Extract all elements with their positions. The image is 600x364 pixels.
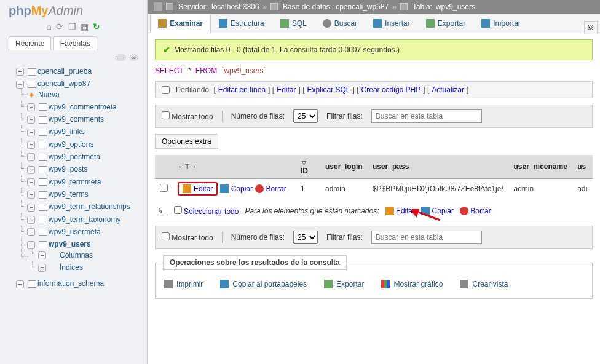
select-all-checkbox[interactable] <box>174 206 182 214</box>
breadcrumb-table[interactable]: wpv9_users <box>436 2 475 11</box>
tree-toggle[interactable]: − <box>16 81 24 89</box>
explain-sql-link[interactable]: Explicar SQL <box>307 85 350 94</box>
tree-item-label[interactable]: wpv9_postmeta <box>49 152 100 161</box>
tab-sql[interactable]: SQL <box>272 14 315 33</box>
sort-arrows[interactable]: ←T→ <box>178 162 197 171</box>
tree-item-label[interactable]: Columnas <box>60 251 93 259</box>
tree-toggle[interactable]: + <box>27 129 35 136</box>
reload-icon[interactable]: ↻ <box>93 22 100 31</box>
nav-settings-icon[interactable]: ▦ <box>81 22 89 31</box>
tab-export[interactable]: Exportar <box>418 14 473 33</box>
tree-item-label[interactable]: Índices <box>60 263 83 272</box>
tab-recent[interactable]: Reciente <box>9 36 51 50</box>
clipboard-button[interactable]: Copiar al portapapeles <box>220 280 307 288</box>
breadcrumb-server[interactable]: localhost:3306 <box>211 2 259 11</box>
tree-toggle[interactable]: − <box>27 241 35 249</box>
docs-icon[interactable]: ❐ <box>68 22 76 31</box>
profiling-checkbox[interactable] <box>162 86 170 94</box>
copy-icon <box>220 184 229 193</box>
view-icon <box>460 280 468 288</box>
bulk-delete-button[interactable]: Borrar <box>460 207 491 216</box>
row-checkbox[interactable] <box>160 184 168 192</box>
sort-desc-icon[interactable]: ▽ <box>302 160 306 166</box>
print-button[interactable]: Imprimir <box>164 280 203 288</box>
tree-toggle[interactable]: + <box>27 166 35 174</box>
logo[interactable]: phpMyAdmin <box>0 0 147 19</box>
showall-checkbox-bottom[interactable] <box>162 232 170 240</box>
logout-icon[interactable]: ⟳ <box>56 22 63 31</box>
tree-toggle[interactable]: + <box>27 116 35 124</box>
inline-edit-link[interactable]: Editar en línea <box>218 85 266 94</box>
tree-toggle[interactable]: + <box>16 68 24 76</box>
tree-item-label[interactable]: wpv9_usermeta <box>49 228 101 236</box>
tree-toggle[interactable]: + <box>27 204 35 212</box>
filter-input-top[interactable] <box>371 109 482 123</box>
tree-item-label[interactable]: wpv9_users <box>49 240 91 248</box>
tree-item-label[interactable]: wpv9_options <box>49 140 93 149</box>
tree-item-label[interactable]: cpencali_wp587 <box>38 79 90 88</box>
fieldset-legend: Operaciones sobre los resultados de la c… <box>163 255 347 270</box>
tree-item-label[interactable]: information_schema <box>38 279 104 288</box>
create-view-button[interactable]: Crear vista <box>460 280 508 288</box>
table-icon <box>39 178 47 186</box>
tree-item-label[interactable]: wpv9_posts <box>49 165 87 173</box>
tab-search[interactable]: Buscar <box>315 14 365 33</box>
chart-button[interactable]: Mostrar gráfico <box>381 280 443 288</box>
tree-item-label[interactable]: wpv9_term_taxonomy <box>49 215 120 224</box>
cell-us[interactable]: adı <box>572 179 593 199</box>
edit-link[interactable]: Editar <box>277 85 296 94</box>
link-nav-icon[interactable]: ∞ <box>129 54 138 61</box>
tree-toggle[interactable]: + <box>38 264 46 272</box>
new-icon: ✦ <box>28 91 37 98</box>
tab-insert[interactable]: Insertar <box>365 14 418 33</box>
bulk-copy-button[interactable]: Copiar <box>421 207 454 216</box>
create-php-link[interactable]: Crear código PHP <box>361 85 421 94</box>
tree-item-label[interactable]: Nueva <box>38 90 60 99</box>
numrows-select-bottom[interactable]: 25 <box>293 231 318 244</box>
filter-input-bottom[interactable] <box>371 231 482 244</box>
tree-item-label[interactable]: wpv9_terms <box>49 190 89 199</box>
tree-toggle[interactable]: + <box>27 153 35 161</box>
cell-id[interactable]: 1 <box>296 179 320 199</box>
db-label: Base de datos: <box>283 2 332 11</box>
tree-item-label[interactable]: wpv9_comments <box>49 115 104 124</box>
row-copy-button[interactable]: Copiar <box>220 184 253 194</box>
tree-toggle[interactable]: + <box>38 251 46 259</box>
tree-toggle[interactable]: + <box>27 103 35 111</box>
refresh-link[interactable]: Actualizar <box>432 85 464 94</box>
tree-toggle[interactable]: + <box>27 228 35 236</box>
tree-toggle[interactable]: + <box>16 280 24 288</box>
cell-pass[interactable]: $P$BPM0juHD2jiO5tkU8/7ZEe8fAfo1je/ <box>368 179 509 199</box>
numrows-select-top[interactable]: 25 <box>293 109 318 123</box>
collapse-nav-icon[interactable]: — <box>115 54 126 61</box>
extra-options-toggle[interactable]: Opciones extra <box>155 134 218 149</box>
export-button[interactable]: Exportar <box>324 280 364 288</box>
tab-favorites[interactable]: Favoritas <box>53 36 97 50</box>
tree-toggle[interactable]: + <box>27 216 35 224</box>
breadcrumb-collapse-icon[interactable] <box>154 2 162 11</box>
tab-browse[interactable]: Examinar <box>150 14 211 33</box>
bulk-actions-row: ↳_ Seleccionar todo Para los elementos q… <box>155 202 593 220</box>
tree-item-label[interactable]: wpv9_termmeta <box>49 178 101 186</box>
row-delete-button[interactable]: Borrar <box>255 184 286 194</box>
tree-toggle[interactable]: + <box>27 141 35 149</box>
page-settings-button[interactable]: ⛭ <box>584 21 598 34</box>
export-icon <box>426 19 435 28</box>
tab-structure[interactable]: Estructura <box>211 14 272 33</box>
clipboard-icon <box>220 280 229 288</box>
tree-item-label[interactable]: wpv9_commentmeta <box>49 103 117 111</box>
tab-import[interactable]: Importar <box>473 14 529 33</box>
breadcrumb-database[interactable]: cpencali_wp587 <box>336 2 389 11</box>
tree-toggle[interactable]: + <box>27 191 35 199</box>
tree-item-label[interactable]: wpv9_term_relationships <box>49 202 130 211</box>
tree-toggle[interactable]: + <box>27 178 35 186</box>
home-icon[interactable]: ⌂ <box>47 22 52 31</box>
showall-checkbox-top[interactable] <box>162 111 170 119</box>
row-edit-button[interactable]: Editar <box>178 182 218 196</box>
bulk-edit-button[interactable]: Editar <box>385 207 416 216</box>
cell-nicename[interactable]: admin <box>508 179 572 199</box>
tree-item-label[interactable]: wpv9_links <box>49 127 85 136</box>
cell-login[interactable]: admin <box>320 179 368 199</box>
table-icon <box>39 241 47 248</box>
tree-item-label[interactable]: cpencali_prueba <box>38 67 92 76</box>
